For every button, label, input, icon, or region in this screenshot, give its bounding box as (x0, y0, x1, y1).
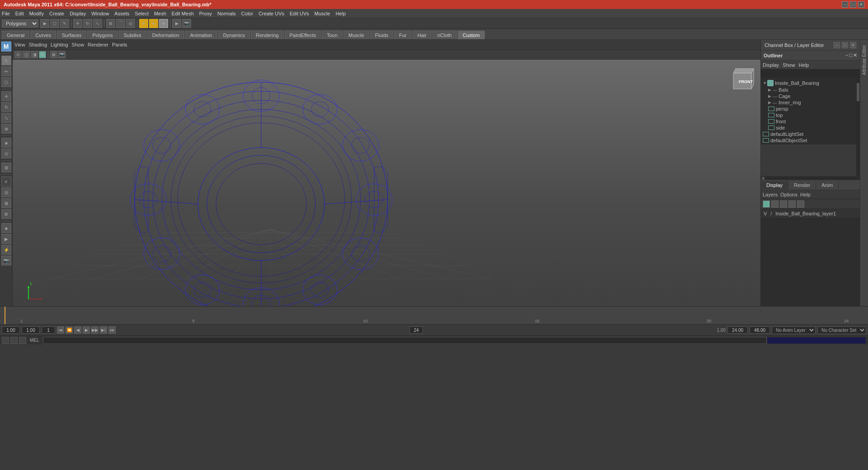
menu-create-uvs[interactable]: Create UVs (258, 11, 284, 16)
vp-icon-2[interactable]: ◫ (23, 51, 30, 58)
current-time-input[interactable] (22, 326, 40, 334)
snap-curve-icon[interactable]: ⌒ (116, 19, 125, 28)
ch-subtab-help[interactable]: Help (800, 192, 811, 197)
character-set-select[interactable]: No Character Set (817, 326, 866, 334)
ch-subtab-options[interactable]: Options (780, 192, 798, 197)
tree-item-cage[interactable]: ▶ — Cage (761, 93, 856, 99)
tab-muscle[interactable]: Muscle (343, 31, 369, 39)
mel-input[interactable] (43, 337, 767, 344)
tree-item-persp[interactable]: persp (761, 106, 856, 112)
translate-icon[interactable]: ✛ (73, 19, 82, 28)
status-icon-3[interactable] (19, 337, 26, 344)
tab-ncloth[interactable]: nCloth (432, 31, 457, 39)
menu-edit-uvs[interactable]: Edit UVs (290, 11, 309, 16)
menu-renderer[interactable]: Renderer (88, 42, 108, 47)
outliner-menu-show[interactable]: Show (783, 62, 795, 68)
outliner-search[interactable] (761, 70, 860, 79)
range-start-input[interactable] (2, 326, 20, 334)
go-to-end-button[interactable]: ⏭ (108, 326, 116, 334)
outliner-menu-display[interactable]: Display (763, 62, 779, 68)
camera-icon-tb[interactable]: 📷 (182, 19, 191, 28)
menu-color[interactable]: Color (241, 11, 253, 16)
ipr-render-icon[interactable]: 📷 (1, 256, 11, 265)
outliner-float-button[interactable]: − (845, 52, 848, 58)
outliner-maximize-button[interactable]: □ (849, 52, 852, 58)
menu-window[interactable]: Window (91, 11, 109, 16)
outliner-scrollbar[interactable] (856, 79, 860, 176)
tree-item-bals[interactable]: ▶ — Bals (761, 87, 856, 93)
ch-tab-render[interactable]: Render (788, 181, 816, 189)
menu-create[interactable]: Create (49, 11, 64, 16)
channel-box-close-button[interactable]: ✕ (850, 42, 856, 48)
lasso-tool[interactable]: ⬡ (1, 77, 11, 87)
menu-panels[interactable]: Panels (112, 42, 127, 47)
prev-frame-button[interactable]: ◀ (74, 326, 81, 334)
end-frame-input[interactable] (409, 326, 423, 334)
menu-show[interactable]: Show (72, 42, 84, 47)
tab-toon[interactable]: Toon (322, 31, 343, 39)
move-tool[interactable]: ✛ (1, 91, 11, 101)
playback-start-input[interactable] (727, 326, 748, 334)
menu-lighting[interactable]: Lighting (51, 42, 68, 47)
timeline-bar[interactable]: 1 5 10 15 20 (0, 307, 868, 324)
anim-layer-select[interactable]: No Anim Layer (772, 326, 816, 334)
status-icon-2[interactable] (10, 337, 18, 344)
frame-input[interactable] (42, 326, 55, 334)
tab-hair[interactable]: Hair (413, 31, 432, 39)
go-to-start-button[interactable]: ⏮ (57, 326, 64, 334)
tree-item-default-light-set[interactable]: defaultLightSet (761, 131, 856, 137)
menu-proxy[interactable]: Proxy (199, 11, 212, 16)
menu-select[interactable]: Select (135, 11, 149, 16)
menu-display[interactable]: Display (70, 11, 86, 16)
layer-editor-icon[interactable]: ≡ (1, 177, 11, 186)
layer-icon-5[interactable] (797, 200, 804, 208)
layer-icon-1[interactable] (763, 200, 770, 208)
select-tool-icon[interactable]: ▶ (40, 19, 49, 28)
channel-box-float-button[interactable]: − (834, 42, 840, 48)
render-icon[interactable]: ▶ (172, 19, 181, 28)
tree-item-default-object-set[interactable]: defaultObjectSet (761, 137, 856, 144)
menu-normals[interactable]: Normals (217, 11, 236, 16)
render-view-icon[interactable]: ▶ (1, 234, 11, 244)
attribute-editor-icon[interactable]: ⊠ (1, 198, 11, 208)
universal-tool[interactable]: ⊕ (1, 124, 11, 134)
maximize-button[interactable]: □ (850, 1, 856, 8)
menu-help[interactable]: Help (336, 11, 346, 16)
tab-curves[interactable]: Curves (30, 31, 56, 39)
tab-animation[interactable]: Animation (185, 31, 217, 39)
snap-point-icon[interactable]: ◎ (126, 19, 135, 28)
step-back-button[interactable]: ⏪ (66, 326, 73, 334)
tab-painteffects[interactable]: PaintEffects (285, 31, 321, 39)
tool-settings-icon[interactable]: ⚙ (1, 209, 11, 219)
play-button[interactable]: ▶ (83, 326, 90, 334)
minimize-button[interactable]: − (842, 1, 848, 8)
close-button[interactable]: ✕ (858, 1, 864, 8)
tab-fluids[interactable]: Fluids (370, 31, 393, 39)
select-tool[interactable]: ↖ (1, 56, 11, 65)
menu-muscle[interactable]: Muscle (314, 11, 330, 16)
tree-item-side[interactable]: side (761, 125, 856, 131)
layer-icon-4[interactable] (788, 200, 796, 208)
menu-file[interactable]: File (2, 11, 10, 16)
sculpt-tool[interactable]: ⊙ (1, 149, 11, 158)
paint-icon[interactable]: ✎ (60, 19, 69, 28)
outliner-close-button[interactable]: ✕ (853, 52, 857, 58)
viewport-canvas[interactable]: FRONT X Y (13, 60, 760, 306)
ch-tab-anim[interactable]: Anim (816, 181, 839, 189)
channel-box-maximize-button[interactable]: □ (842, 42, 848, 48)
play-forward-button[interactable]: ▶▶ (91, 326, 99, 334)
show-manipulator-tool[interactable]: ⊞ (1, 163, 11, 172)
snap-grid-icon[interactable]: ⊞ (106, 19, 115, 28)
tree-item-inner-ring[interactable]: ▶ — Inner_ring (761, 99, 856, 106)
ch-tab-display[interactable]: Display (761, 181, 788, 189)
menu-edit[interactable]: Edit (15, 11, 24, 16)
tab-dynamics[interactable]: Dynamics (218, 31, 250, 39)
view-cube[interactable]: FRONT (729, 64, 756, 91)
menu-view[interactable]: View (14, 42, 25, 47)
tree-item-inside-ball-bearing[interactable]: ▼ Inside_Ball_Bearing (761, 79, 856, 87)
layer-icon-2[interactable] (771, 200, 779, 208)
soft-mod-tool[interactable]: ◈ (1, 138, 11, 148)
ch-subtab-layers[interactable]: Layers (763, 192, 778, 197)
playback-end-input[interactable] (750, 326, 770, 334)
tab-rendering[interactable]: Rendering (251, 31, 284, 39)
